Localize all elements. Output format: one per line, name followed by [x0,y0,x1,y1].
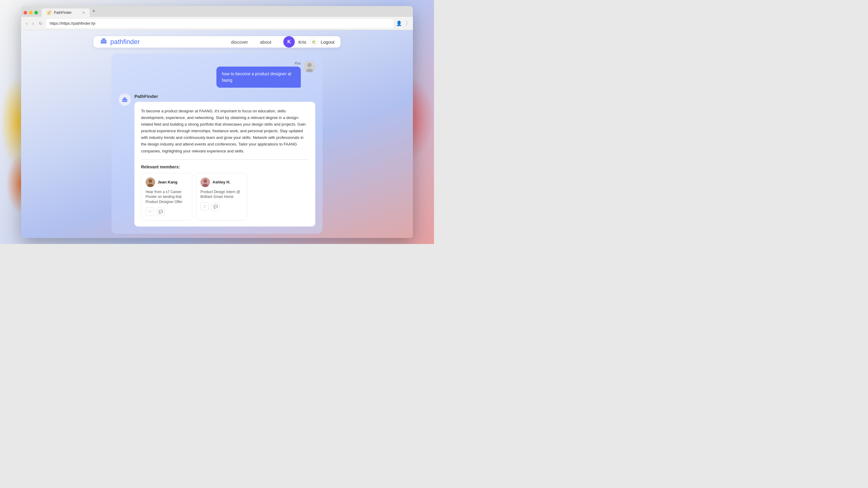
logout-button[interactable]: G Logout [310,38,335,46]
browser-actions: 👤 ⋮ [396,21,409,26]
google-icon: G [310,38,318,46]
member-name: Ashley H. [213,180,230,184]
divider [141,159,309,160]
url-input[interactable] [46,19,394,28]
ai-name: PathFinder [134,94,315,99]
maximize-button[interactable] [34,11,38,14]
user-message-bubble: how to become a product designer at faan… [216,67,301,88]
member-action-chat[interactable]: 💬 [211,202,220,211]
member-actions: ♡ 💬 [146,207,188,216]
relevant-members-label: Relevant members: [141,164,309,169]
svg-rect-7 [123,98,126,98]
ai-avatar [119,94,131,106]
svg-point-13 [204,179,207,183]
logo-text: pathfinder [110,38,140,46]
user-label: You [294,61,301,65]
member-cards: Jean Kang Hear from a x7 Career Pivoter … [141,173,309,221]
member-card: Jean Kang Hear from a x7 Career Pivoter … [141,173,192,221]
member-description: Hear from a x7 Career Pivoter on landing… [146,190,188,204]
chat-container: You how to become a product designer at … [112,54,322,234]
member-description: Product Design Intern @ Brilliant Smart … [200,190,243,200]
user-avatar: K [283,36,295,47]
user-message-row: You how to become a product designer at … [119,61,315,88]
tab-bar: 🧭 PathFinder ✕ + [21,6,413,17]
member-header: Jean Kang [146,177,188,187]
member-action-heart[interactable]: ♡ [200,202,209,211]
tab-close-icon[interactable]: ✕ [82,11,85,15]
svg-rect-6 [122,99,127,100]
reload-button[interactable]: ↻ [38,20,44,27]
logo-icon [99,37,108,47]
nav-bar: pathfinder discover about K Kris G Logou… [93,36,341,47]
member-name: Jean Kang [158,180,178,184]
forward-button[interactable]: › [31,20,35,27]
tab-favicon-icon: 🧭 [46,10,52,15]
member-action-heart[interactable]: ♡ [146,207,154,216]
ai-response-text: To become a product designer at FAANG, i… [141,108,309,155]
new-tab-button[interactable]: + [90,7,98,16]
member-actions: ♡ 💬 [200,202,243,211]
logo-area: pathfinder [99,37,219,47]
browser-window: 🧭 PathFinder ✕ + ‹ › ↻ 👤 ⋮ [21,6,413,238]
svg-rect-0 [101,40,107,41]
address-bar: ‹ › ↻ 👤 ⋮ [21,17,413,30]
member-avatar [200,177,210,187]
svg-point-10 [149,179,152,183]
member-action-chat[interactable]: 💬 [156,207,165,216]
minimize-button[interactable] [29,11,33,14]
logout-label: Logout [321,39,335,44]
profile-icon[interactable]: 👤 [396,21,402,26]
svg-rect-2 [101,42,107,43]
page-content: pathfinder discover about K Kris G Logou… [21,30,413,238]
ai-response-box: To become a product designer at FAANG, i… [134,102,315,227]
traffic-lights [24,11,38,14]
nav-discover[interactable]: discover [231,39,248,44]
svg-point-4 [307,63,312,67]
member-card: Ashley H. Product Design Intern @ Brilli… [196,173,247,221]
svg-rect-8 [122,101,127,101]
member-avatar [146,177,155,187]
user-name: Kris [299,39,306,44]
browser-tab[interactable]: 🧭 PathFinder ✕ [41,8,90,17]
member-header: Ashley H. [200,177,243,187]
user-avatar-small [304,61,315,72]
ai-message-row: PathFinder To become a product designer … [119,94,315,227]
tab-title: PathFinder [54,10,72,15]
nav-links: discover about [231,39,271,44]
close-button[interactable] [24,11,27,14]
svg-rect-1 [102,38,105,40]
nav-about[interactable]: about [260,39,272,44]
back-button[interactable]: ‹ [25,20,29,27]
nav-right: K Kris G Logout [283,36,335,47]
menu-icon[interactable]: ⋮ [404,21,409,26]
ai-content: PathFinder To become a product designer … [134,94,315,227]
